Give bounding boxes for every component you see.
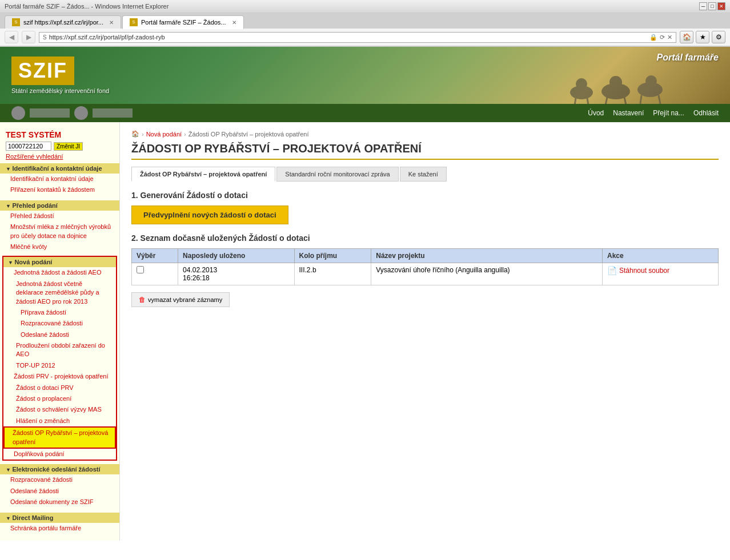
settings-btn[interactable]: ⚙ — [712, 31, 725, 43]
sidebar-item-eoz-dokumenty[interactable]: Odeslané dokumenty ze SZIF — [0, 497, 119, 507]
nav-odhlasit[interactable]: Odhlásit — [693, 109, 719, 117]
delete-icon: 🗑 — [139, 296, 146, 304]
sidebar-item-hlaseni-zmenach[interactable]: Hlášení o změnách — [3, 416, 116, 426]
tab-ke-stazeni[interactable]: Ke stažení — [400, 167, 447, 182]
breadcrumb-current: Žádosti OP Rybářství – projektová opatře… — [188, 131, 309, 138]
main-content: 🏠 › Nová podání › Žádosti OP Rybářství –… — [120, 122, 730, 541]
sidebar-item-zadosti-prv[interactable]: Žádosti PRV - projektová opatření — [3, 371, 116, 382]
toolbar-icons: 🏠 ★ ⚙ — [680, 31, 725, 43]
sidebar-item-prehled-zadosti[interactable]: Přehled žádostí — [0, 211, 119, 221]
address-bar[interactable]: S https://xpf.szif.cz/irj/portal/pf/pf-z… — [39, 32, 676, 43]
address-text: https://xpf.szif.cz/irj/portal/pf/pf-zad… — [49, 34, 647, 41]
browser-tab-bar: S szif https://xpf.szif.cz/irj/por... ✕ … — [0, 13, 730, 29]
tab-close-1[interactable]: ✕ — [109, 19, 114, 26]
sidebar-item-jednotna-zadost[interactable]: Jednotná žádost a žádosti AEO — [3, 267, 116, 278]
sidebar-item-op-rybarstvi[interactable]: Žádosti OP Rybářství – projektová opatře… — [3, 426, 116, 449]
th-akce: Akce — [602, 249, 718, 263]
user-name-block-1 — [30, 108, 70, 118]
browser-tab-1[interactable]: S szif https://xpf.szif.cz/irj/por... ✕ — [5, 15, 121, 29]
sidebar-section-header-identifikace[interactable]: Identifikační a kontaktní údaje — [0, 163, 119, 174]
sidebar-item-zadost-proplaceni[interactable]: Žádost o proplacení — [3, 393, 116, 404]
back-btn[interactable]: ◀ — [5, 31, 18, 43]
close-btn[interactable]: ✕ — [717, 2, 725, 10]
test-system-label: TEST SYSTÉM — [0, 127, 119, 140]
td-kolo: III.2.b — [294, 263, 371, 285]
sidebar-item-topup[interactable]: TOP-UP 2012 — [3, 360, 116, 371]
sidebar-item-identifikacni-udaje[interactable]: Identifikační a kontaktní údaje — [0, 174, 119, 184]
sidebar-item-rozpracovane-zadosti-jz[interactable]: Rozpracované žádosti — [3, 318, 116, 329]
sidebar-item-priprava-zadosti[interactable]: Příprava žádostí — [3, 307, 116, 318]
svg-line-10 — [640, 95, 641, 104]
site-header: SZIF Státní zemědělský intervenční fond … — [0, 47, 730, 104]
sidebar-item-odeslane-zadosti-jz[interactable]: Odeslané žádosti — [3, 329, 116, 340]
breadcrumb-nova-podani[interactable]: Nová podání — [146, 131, 182, 138]
sidebar-section-elektronicke: Elektronické odeslání žádostí Rozpracova… — [0, 462, 119, 510]
svg-line-6 — [605, 97, 607, 104]
sidebar-item-eoz-rozpracovane[interactable]: Rozpracované žádosti — [0, 474, 119, 485]
tab-zadost-op-rybarstvi[interactable]: Žádost OP Rybářství – projektová opatřen… — [131, 167, 275, 182]
svg-point-5 — [609, 76, 622, 88]
sidebar-item-eoz-odeslane[interactable]: Odeslané žádosti — [0, 486, 119, 497]
svg-point-1 — [576, 78, 587, 90]
tab-close-2[interactable]: ✕ — [232, 19, 236, 26]
sidebar-item-prodlouzeni[interactable]: Prodloužení období zařazení do AEO — [3, 340, 116, 360]
sidebar-item-mnozstvi-mleka[interactable]: Množství mléka z mléčných výrobků pro úč… — [0, 221, 119, 241]
user-name-block-2 — [93, 108, 133, 118]
zadosti-table: Výběr Naposledy uloženo Kolo příjmu Náze… — [131, 248, 719, 285]
browser-toolbar: ◀ ▶ S https://xpf.szif.cz/irj/portal/pf/… — [0, 29, 730, 46]
breadcrumb-home-icon[interactable]: 🏠 — [131, 130, 139, 138]
address-close-icon[interactable]: ✕ — [667, 34, 672, 41]
nova-podani-header[interactable]: Nová podání — [3, 257, 116, 267]
section2-header: 2. Seznam dočasně uložených Žádostí o do… — [131, 233, 719, 243]
td-checkbox — [132, 263, 178, 285]
nav-links: Úvod Nastavení Přejít na... Odhlásit — [588, 109, 719, 117]
th-nazev: Název projektu — [371, 249, 603, 263]
sidebar-section-identifikace: Identifikační a kontaktní údaje Identifi… — [0, 161, 119, 198]
maximize-btn[interactable]: □ — [708, 2, 716, 10]
address-lock-icon: 🔒 — [649, 34, 657, 41]
minimize-btn[interactable]: ─ — [699, 2, 707, 10]
generate-btn[interactable]: Předvyplnění nových žádostí o dotaci — [131, 206, 288, 224]
logo-subtitle: Státní zemědělský intervenční fond — [11, 87, 109, 94]
breadcrumb: 🏠 › Nová podání › Žádosti OP Rybářství –… — [131, 128, 719, 142]
content-area: TEST SYSTÉM Změnit JI Rozšířené vyhledán… — [0, 122, 730, 541]
address-favicon: S — [43, 34, 47, 41]
sidebar-section-header-elektronicke[interactable]: Elektronické odeslání žádostí — [0, 464, 119, 474]
favorites-btn[interactable]: ★ — [696, 31, 709, 43]
forward-btn[interactable]: ▶ — [22, 31, 35, 43]
sidebar-section-header-direct-mailing[interactable]: Direct Mailing — [0, 513, 119, 523]
sidebar-item-mlecne-kvoty[interactable]: Mléčné kvóty — [0, 241, 119, 252]
nav-uvod[interactable]: Úvod — [588, 109, 604, 117]
sidebar-item-zadost-dotaci-prv[interactable]: Žádost o dotaci PRV — [3, 382, 116, 393]
sidebar-item-prirazeni-kontaktu[interactable]: Přiřazení kontaktů k žádostem — [0, 184, 119, 195]
sidebar-item-zadost-schvaleni[interactable]: Žádost o schválení výzvy MAS — [3, 404, 116, 415]
browser-tab-2[interactable]: S Portál farmáře SZIF – Žádos... ✕ — [122, 15, 244, 29]
breadcrumb-sep-1: › — [142, 131, 144, 138]
nav-prejit-na[interactable]: Přejít na... — [653, 109, 684, 117]
delete-btn[interactable]: 🗑 vymazat vybrané záznamy — [131, 292, 230, 307]
sidebar-item-schranka[interactable]: Schránka portálu farmáře — [0, 523, 119, 534]
logo-szif-text: SZIF — [11, 57, 74, 85]
row-checkbox[interactable] — [137, 266, 144, 273]
rozsirene-vyhledani[interactable]: Rozšířené vyhledání — [0, 152, 119, 161]
home-btn[interactable]: 🏠 — [680, 31, 693, 43]
sidebar-section-header-prehled[interactable]: Přehled podání — [0, 200, 119, 211]
stáhnout-soubor-link[interactable]: 📄 Stáhnout soubor — [607, 266, 713, 275]
tab-label-1: szif https://xpf.szif.cz/irj/por... — [23, 19, 103, 26]
th-vyber: Výběr — [132, 249, 178, 263]
breadcrumb-sep-2: › — [184, 131, 186, 138]
jicislo-input[interactable] — [6, 142, 51, 151]
table-row: 04.02.2013 16:26:18 III.2.b Vysazování ú… — [132, 263, 719, 285]
pdf-icon: 📄 — [607, 266, 617, 275]
svg-line-3 — [587, 98, 588, 104]
zmenit-ji-btn[interactable]: Změnit JI — [54, 142, 83, 151]
sidebar-item-doplnkova-podani[interactable]: Doplňková podání — [3, 449, 116, 460]
svg-point-9 — [645, 75, 657, 87]
section1-header: 1. Generování Žádostí o dotaci — [131, 191, 719, 200]
sidebar-item-jednotna-zadost-2013[interactable]: Jednotná žádost včetně deklarace zeměděl… — [3, 279, 116, 307]
tab-standardni-zprava[interactable]: Standardní roční monitorovací zpráva — [276, 167, 398, 182]
page-title: ŽÁDOSTI OP RYBÁŘSTVÍ – PROJEKTOVÁ OPATŘE… — [131, 142, 719, 160]
nav-nastaveni[interactable]: Nastavení — [613, 109, 644, 117]
address-refresh-icon[interactable]: ⟳ — [660, 34, 665, 41]
sidebar-section-direct-mailing: Direct Mailing Schránka portálu farmáře — [0, 510, 119, 536]
